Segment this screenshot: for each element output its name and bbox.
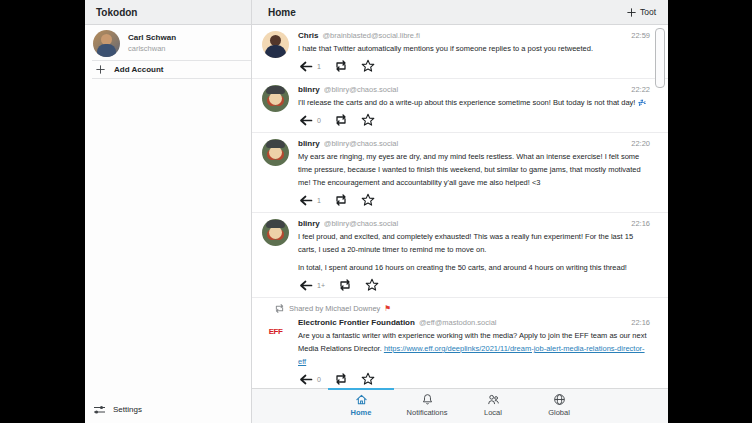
account-username: carlschwan <box>128 43 176 54</box>
toot-button[interactable]: Toot <box>626 7 656 18</box>
reply-button[interactable]: 1+ <box>298 280 325 291</box>
tab-local-label: Local <box>484 408 502 417</box>
eff-logo: EFF <box>269 327 283 335</box>
reply-button[interactable]: 0 <box>298 374 321 385</box>
shared-by-row: Shared by Michael Downey ⚑ <box>274 303 650 314</box>
favourite-button[interactable] <box>365 278 379 292</box>
bell-icon <box>421 393 434 406</box>
post[interactable]: blinry @blinry@chaos.social 22:20 My ear… <box>252 133 668 213</box>
add-account-label: Add Account <box>114 65 163 74</box>
tab-local[interactable]: Local <box>460 389 526 423</box>
settings-button[interactable]: Settings <box>85 399 251 419</box>
home-icon <box>355 393 368 406</box>
home-timeline[interactable]: Chris @brainblasted@social.libre.fi 22:5… <box>252 25 668 388</box>
boost-button[interactable] <box>334 193 348 207</box>
post-content: I hate that Twitter automatically mentio… <box>298 42 650 55</box>
post-actions: 1 <box>298 189 650 211</box>
post-handle[interactable]: @brainblasted@social.libre.fi <box>322 29 625 42</box>
post[interactable]: blinry @blinry@chaos.social 22:16 I feel… <box>252 213 668 298</box>
boost-icon <box>274 303 285 314</box>
favourite-button[interactable] <box>361 193 375 207</box>
post-handle[interactable]: @blinry@chaos.social <box>324 83 625 96</box>
globe-icon <box>553 393 566 406</box>
shared-by-label[interactable]: Shared by Michael Downey <box>289 303 380 314</box>
post-time: 22:16 <box>631 217 650 230</box>
post[interactable]: blinry @blinry@chaos.social 22:22 I'll r… <box>252 79 668 133</box>
star-icon <box>361 193 375 207</box>
post-actions: 1+ <box>298 274 650 296</box>
post-author[interactable]: blinry <box>298 137 320 150</box>
plus-icon <box>95 64 106 75</box>
post-content: I feel proud, and excited, and completel… <box>298 230 650 256</box>
people-icon <box>487 393 500 406</box>
settings-sliders-icon <box>93 404 106 415</box>
avatar[interactable] <box>262 219 289 246</box>
post-time: 22:20 <box>631 137 650 150</box>
reply-count: 1+ <box>317 282 325 289</box>
avatar[interactable] <box>262 139 289 166</box>
boost-icon <box>334 59 348 73</box>
post-actions: 1 <box>298 55 650 77</box>
post-handle[interactable]: @eff@mastodon.social <box>419 316 625 329</box>
reply-arrow-icon <box>298 195 313 206</box>
star-icon <box>365 278 379 292</box>
boost-icon <box>334 113 348 127</box>
boost-icon <box>334 372 348 386</box>
page-title: Home <box>252 7 626 18</box>
boost-icon <box>338 278 352 292</box>
flag-emoji: ⚑ <box>384 303 391 314</box>
avatar[interactable]: EFF <box>262 318 289 345</box>
post-time: 22:16 <box>631 316 650 329</box>
reply-button[interactable]: 1 <box>298 61 321 72</box>
main-area: Home Toot Chris @brainblasted@social.lib… <box>252 0 668 423</box>
reply-arrow-icon <box>298 280 313 291</box>
reply-count: 1 <box>317 197 321 204</box>
boost-button[interactable] <box>334 59 348 73</box>
boost-icon <box>334 193 348 207</box>
post-time: 22:22 <box>631 83 650 96</box>
tab-home[interactable]: Home <box>328 389 394 423</box>
bottom-navbar: Home Notifications Local Global <box>252 388 668 423</box>
favourite-button[interactable] <box>361 59 375 73</box>
post-author[interactable]: Electronic Frontier Foundation <box>298 316 415 329</box>
tab-notifications[interactable]: Notifications <box>394 389 460 423</box>
post-author[interactable]: blinry <box>298 83 320 96</box>
favourite-button[interactable] <box>361 113 375 127</box>
reply-button[interactable]: 0 <box>298 115 321 126</box>
user-avatar <box>93 30 120 57</box>
scrollbar[interactable] <box>655 28 665 88</box>
boost-button[interactable] <box>338 278 352 292</box>
reply-count: 0 <box>317 117 321 124</box>
avatar[interactable] <box>262 31 289 58</box>
sidebar: Tokodon Carl Schwan carlschwan Add Accou… <box>85 0 252 423</box>
post-author[interactable]: blinry <box>298 217 320 230</box>
boost-button[interactable] <box>334 372 348 386</box>
favourite-button[interactable] <box>361 372 375 386</box>
post-author[interactable]: Chris <box>298 29 318 42</box>
reply-count: 1 <box>317 63 321 70</box>
add-account-button[interactable]: Add Account <box>85 61 251 78</box>
post[interactable]: Chris @brainblasted@social.libre.fi 22:5… <box>252 25 668 79</box>
post-handle[interactable]: @blinry@chaos.social <box>324 217 625 230</box>
post-content: My ears are ringing, my eyes are dry, an… <box>298 150 650 189</box>
plus-icon <box>626 7 637 18</box>
account-text: Carl Schwan carlschwan <box>128 32 176 54</box>
star-icon <box>361 59 375 73</box>
sleep-emoji: 💤 <box>638 99 647 106</box>
toot-label: Toot <box>640 7 656 17</box>
post[interactable]: Shared by Michael Downey ⚑ EFF Electroni… <box>252 298 668 388</box>
star-icon <box>361 113 375 127</box>
post-actions: 0 <box>298 368 650 388</box>
reply-button[interactable]: 1 <box>298 195 321 206</box>
post-time: 22:59 <box>631 29 650 42</box>
post-content: In total, I spent around 16 hours on cre… <box>298 261 650 274</box>
post-handle[interactable]: @blinry@chaos.social <box>324 137 625 150</box>
sidebar-item-account[interactable]: Carl Schwan carlschwan <box>85 26 251 60</box>
avatar[interactable] <box>262 85 289 112</box>
main-header: Home Toot <box>252 0 668 25</box>
tab-home-label: Home <box>351 408 372 417</box>
account-name: Carl Schwan <box>128 32 176 43</box>
boost-button[interactable] <box>334 113 348 127</box>
tab-global-label: Global <box>548 408 570 417</box>
tab-global[interactable]: Global <box>526 389 592 423</box>
